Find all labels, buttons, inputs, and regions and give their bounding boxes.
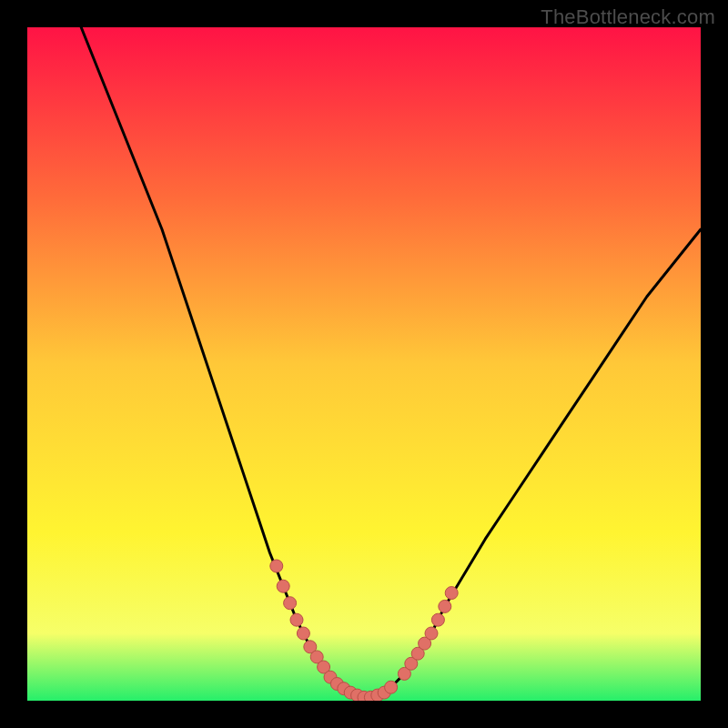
data-point: [277, 580, 289, 592]
data-point: [425, 627, 438, 640]
gradient-background: [27, 27, 701, 701]
chart-frame: TheBottleneck.com: [0, 0, 728, 728]
data-point: [439, 600, 451, 612]
data-point: [297, 627, 309, 640]
data-point: [290, 613, 303, 626]
data-point: [431, 613, 444, 626]
data-point: [284, 597, 297, 610]
data-point: [270, 560, 283, 572]
data-point: [445, 587, 458, 600]
bottleneck-curve-plot: [27, 27, 701, 701]
watermark-text: TheBottleneck.com: [541, 5, 715, 29]
data-point: [385, 681, 398, 693]
